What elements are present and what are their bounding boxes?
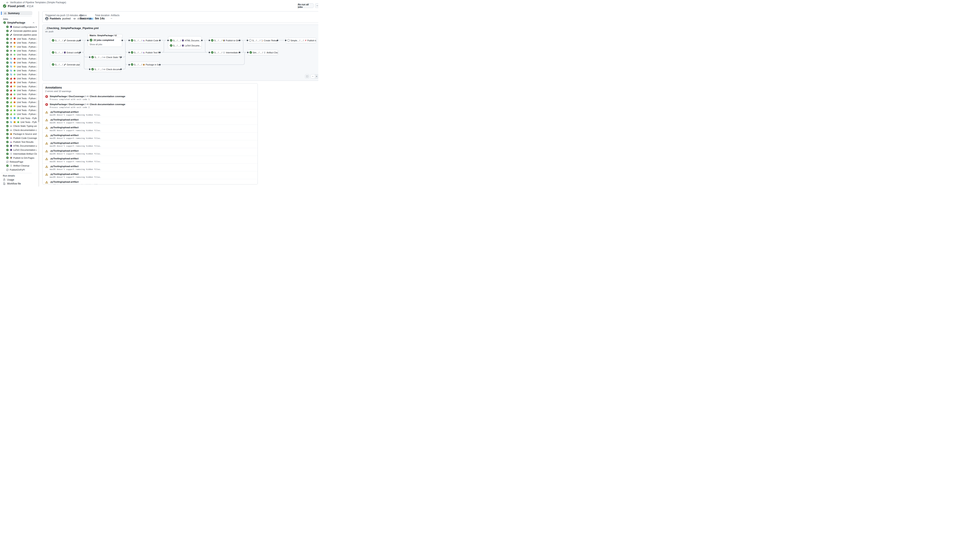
graph-job-node[interactable]: S... / ... / Check Static Ty... 17s bbox=[90, 54, 121, 60]
sidebar-job-item[interactable]: Artifact Cleanup bbox=[2, 164, 37, 168]
check-circle-icon bbox=[6, 129, 9, 132]
sidebar-job-item[interactable]: Unit Tests - Python 3.13 bbox=[2, 112, 37, 116]
sidebar-job-item[interactable]: Publish Code Coverage Results bbox=[2, 136, 37, 140]
graph-fullscreen-button[interactable] bbox=[305, 74, 309, 78]
sidebar-job-item[interactable]: Extract configurations from p... bbox=[2, 25, 37, 29]
matrix-tab[interactable]: Matrix: SimplePackage / UnitTest... bbox=[88, 33, 117, 37]
annotation-title[interactable]: pyTooling/upload-artifact bbox=[50, 157, 101, 160]
sidebar-job-item[interactable]: Unit Tests - Python 3.9 bbox=[2, 96, 37, 100]
rerun-all-jobs-button[interactable]: Re-run all jobs bbox=[298, 3, 314, 8]
memo-icon bbox=[261, 39, 263, 42]
sidebar-scrollbar-thumb[interactable] bbox=[38, 100, 39, 122]
sidebar-job-item[interactable]: Intermediate Artifact Cleanup bbox=[2, 152, 37, 156]
graph-job-node[interactable]: S... / ... / Publish to GH-P... 7s bbox=[209, 38, 239, 43]
sidebar-job-item[interactable]: Unit Tests - Python 3.11 bbox=[2, 85, 37, 88]
sidebar-job-item[interactable]: Unit Tests - Python 3.12 bbox=[2, 69, 37, 72]
sidebar-job-item[interactable]: Unit Tests - Python 3.12 bbox=[2, 120, 37, 124]
action-text: pushed bbox=[62, 17, 71, 20]
annotation-title[interactable]: pyTooling/upload-artifact bbox=[50, 126, 101, 129]
graph-job-node[interactable]: S... / ... / Generate pipelin... 0s bbox=[50, 38, 80, 43]
sidebar-job-item[interactable]: Unit Tests - Python 3.11 bbox=[2, 64, 37, 69]
graph-job-node[interactable]: S... / ... / Extract configur... 4s bbox=[50, 50, 80, 55]
sidebar-job-item[interactable]: Unit Tests - Python 3.12 bbox=[2, 108, 37, 112]
sidebar-job-item[interactable]: Unit Tests - Python 3.11 bbox=[2, 104, 37, 108]
sidebar-job-item[interactable]: Unit Tests - Python 3.10 bbox=[2, 100, 37, 104]
sidebar-item-usage[interactable]: Usage bbox=[2, 178, 33, 182]
annotation-title[interactable]: pyTooling/upload-artifact bbox=[50, 173, 101, 175]
sidebar-job-item[interactable]: Publish Test Results bbox=[2, 140, 37, 144]
check-circle-icon bbox=[6, 61, 9, 64]
annotations-card: Annotations 2 errors and 10 warnings Sim… bbox=[42, 83, 258, 185]
annotation-title[interactable]: pyTooling/upload-artifact bbox=[50, 165, 101, 168]
graph-job-node[interactable]: S... / ... / Publish Code C... 20s bbox=[129, 38, 160, 43]
annotation-item: pyTooling/upload-artifact macOS doesn't … bbox=[42, 171, 258, 179]
sidebar-job-item[interactable]: Generate pipeline parameters bbox=[2, 29, 37, 33]
workflow-file-title: _Checking_SimplePackage_Pipeline.yml bbox=[45, 27, 99, 30]
annotation-title[interactable]: SimplePackage / DocCoverage / Check docu… bbox=[50, 103, 125, 105]
sidebar-job-item[interactable]: Unit Tests - Python 3.9 bbox=[2, 37, 37, 41]
graph-doc-job-row[interactable]: S... / ... / LaTeX Docume... 51s bbox=[168, 43, 201, 48]
matrix-group-node[interactable]: 22 jobs completed Show all jobs bbox=[88, 37, 122, 47]
job-label: Unit Tests - Python 3.10 bbox=[17, 61, 37, 64]
trash-icon bbox=[10, 165, 13, 167]
sidebar-job-item[interactable]: Unit Tests - Python 3.12 bbox=[2, 88, 37, 92]
graph-doc-job-row[interactable]: S... / ... / HTML Docume... 55s bbox=[168, 38, 201, 43]
sidebar-job-item[interactable]: Check documentation covera... bbox=[2, 128, 37, 132]
graph-job-node[interactable]: Simple... / ... / Publish to PyPI bbox=[286, 38, 316, 43]
sidebar-job-item[interactable]: ReleasePage bbox=[2, 160, 37, 164]
windows-icon bbox=[10, 65, 13, 68]
sidebar-job-item[interactable]: Unit Tests - Python 3.13 bbox=[2, 93, 37, 96]
sidebar-job-item[interactable]: Unit Tests - Python 3.10 bbox=[2, 80, 37, 84]
sidebar-job-item[interactable]: PublishOnPyPI bbox=[2, 168, 37, 172]
job-label: Check Static Typing using Pyt... bbox=[13, 125, 37, 127]
zoom-out-button[interactable]: − bbox=[311, 74, 314, 78]
sidebar-job-item[interactable]: LaTeX Documentation using ... bbox=[2, 148, 37, 152]
annotation-title[interactable]: pyTooling/upload-artifact bbox=[50, 149, 101, 152]
back-arrow-icon[interactable] bbox=[6, 1, 9, 4]
graph-job-node[interactable]: S... / ... / Create 'Release Pa... bbox=[247, 38, 277, 43]
show-all-jobs-link[interactable]: Show all jobs bbox=[90, 43, 102, 45]
graph-job-node[interactable]: S... / ... / Check docume... 18s bbox=[90, 66, 121, 72]
node-name: Publish Test Re... bbox=[146, 51, 160, 54]
sidebar-job-item[interactable]: Unit Tests - Python 3.11 bbox=[2, 45, 37, 49]
sidebar-job-item[interactable]: Unit Tests - Python 3.9 bbox=[2, 56, 37, 61]
graph-job-node[interactable]: S... / ... / Package in Sou... 18s bbox=[129, 62, 160, 67]
sidebar-job-item[interactable]: Unit Tests - Python 3.10 bbox=[2, 41, 37, 45]
sidebar-group-simplepackage[interactable]: SimplePackage bbox=[2, 20, 35, 25]
sidebar-item-summary[interactable]: Summary bbox=[2, 11, 32, 15]
check-circle-icon bbox=[6, 144, 9, 147]
annotation-title[interactable]: pyTooling/upload-artifact bbox=[50, 118, 101, 121]
graph-job-node[interactable]: S... / ... / Generate pipelin... 0s bbox=[50, 62, 80, 67]
sidebar-job-item[interactable]: Check Static Typing using Pyt... bbox=[2, 124, 37, 128]
sidebar-job-item[interactable]: HTML Documentation using ... bbox=[2, 144, 37, 148]
graph-job-node[interactable]: S... / ... / Intermediate A... 16s bbox=[209, 50, 239, 55]
avatar[interactable] bbox=[45, 17, 49, 20]
actor-name[interactable]: Paebbels bbox=[50, 17, 61, 20]
sidebar-job-item[interactable]: Package in Source and Wheel... bbox=[2, 132, 37, 136]
stopwatch-icon bbox=[3, 178, 6, 181]
sidebar-job-item[interactable]: Unit Tests - Python 3.13 bbox=[2, 53, 37, 56]
graph-job-node[interactable]: S... / ... / Publish Test Re... 13s bbox=[129, 50, 160, 55]
sidebar-job-item[interactable]: Unit Tests - Python 3.12 bbox=[2, 116, 37, 120]
annotation-title[interactable]: pyTooling/upload-artifact bbox=[50, 180, 101, 183]
annotation-title[interactable]: pyTooling/upload-artifact bbox=[50, 111, 101, 113]
sidebar-job-item[interactable]: Unit Tests - Python 3.9 bbox=[2, 77, 37, 80]
graph-job-node[interactable]: Sim... / ... / Artifact Cleanup 4s bbox=[248, 50, 278, 55]
annotation-title[interactable]: SimplePackage / DocCoverage / Check docu… bbox=[50, 95, 125, 97]
annotation-item: pyTooling/upload-artifact macOS doesn't … bbox=[42, 148, 258, 156]
apple-icon bbox=[10, 105, 13, 108]
run-options-button[interactable] bbox=[315, 3, 318, 8]
zoom-in-button[interactable]: + bbox=[314, 74, 318, 78]
chevron-up-icon[interactable] bbox=[32, 22, 35, 24]
sidebar-job-item[interactable]: Publish to GH-Pages bbox=[2, 156, 37, 160]
annotation-title[interactable]: pyTooling/upload-artifact bbox=[50, 142, 101, 144]
sidebar-job-item[interactable]: Generate pipeline parameters bbox=[2, 33, 37, 37]
annotation-title[interactable]: pyTooling/upload-artifact bbox=[50, 134, 101, 136]
sidebar-job-item[interactable]: Unit Tests - Python 3.13 bbox=[2, 73, 37, 77]
sidebar-job-item[interactable]: Unit Tests - Python 3.12 bbox=[2, 49, 37, 53]
sidebar-job-item[interactable]: Unit Tests - Python 3.10 bbox=[2, 61, 37, 64]
node-prefix: S... / ... / bbox=[55, 51, 63, 54]
breadcrumb[interactable]: Verification of Pipeline Templates (Simp… bbox=[6, 1, 66, 4]
sidebar-item-workflow-file[interactable]: Workflow file bbox=[2, 182, 33, 185]
node-prefix: S... / ... / bbox=[173, 39, 181, 42]
